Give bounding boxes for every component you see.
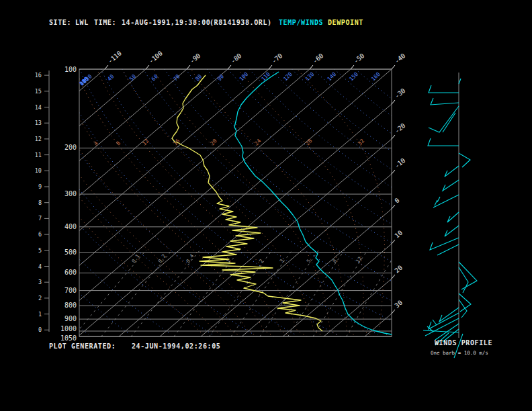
isotherm-label-right: 30: [393, 299, 404, 310]
moist-adiabat-label: 8: [115, 140, 122, 147]
moist-adiabat-label: 28: [304, 138, 313, 146]
mix-ratio-label: 0.4: [185, 253, 195, 264]
wind-barb: [459, 267, 468, 293]
pressure-tick-label: 100: [64, 66, 77, 73]
height-tick-label: 1: [38, 311, 42, 318]
wind-barb: [443, 180, 459, 191]
wind-barb: [430, 238, 459, 250]
pressure-tick-label: 1000: [60, 325, 77, 332]
isotherm-label-right: -10: [393, 156, 406, 170]
wind-barb: [459, 262, 477, 289]
height-tick-label: 2: [38, 295, 42, 302]
height-tick-label: 11: [35, 152, 42, 158]
wind-barb: [431, 98, 459, 105]
pressure-tick-label: 600: [64, 269, 77, 276]
height-tick-label: 9: [38, 183, 42, 190]
isotherm-label-right: 20: [393, 264, 404, 275]
pressure-tick-label: 800: [64, 302, 77, 309]
dry-adiabat-label: 160: [370, 71, 382, 83]
moist-adiabat-label: 4: [93, 140, 99, 147]
moist-adiabat-label: 12: [141, 138, 150, 146]
pressure-tick-label: 500: [64, 248, 77, 256]
pressure-tick-label: 1050: [60, 334, 77, 342]
wind-barb: [429, 106, 459, 132]
wind-barb: [429, 85, 459, 93]
height-tick-label: 4: [38, 263, 42, 270]
mix-ratio-label: 3: [278, 258, 285, 264]
wind-barb: [433, 320, 437, 325]
dry-adiabat-label: 80: [194, 73, 203, 82]
temperature-trace: [234, 72, 392, 334]
isotherm-label-top: -100: [147, 49, 164, 64]
winds-profile: [423, 73, 477, 358]
wind-barb: [437, 244, 459, 255]
mix-ratio-label: 0.1: [130, 253, 140, 264]
dry-adiabat-label: 60: [150, 73, 159, 82]
isobars: 10020030040050060070080090010001050: [60, 66, 392, 342]
wind-barb: [443, 113, 455, 132]
dry-adiabat-label: 40: [106, 73, 115, 82]
height-tick-label: 12: [35, 136, 42, 142]
height-tick-label: 15: [35, 88, 42, 95]
height-tick-label: 13: [35, 120, 42, 126]
mix-ratio-label: 0.2: [157, 253, 167, 264]
height-tick-label: 16: [35, 72, 42, 79]
wind-barb: [437, 197, 440, 202]
wind-barb: [423, 330, 459, 332]
winds-barb-legend: One barb = 10.0 m/s: [431, 350, 488, 356]
dry-adiabat-label: 140: [326, 71, 338, 83]
wind-barb: [428, 138, 459, 146]
skewt-screen: SITE: LWL TIME: 14-AUG-1991,19:38:00 (R8…: [0, 0, 532, 411]
isotherm-label-right: -30: [393, 87, 406, 100]
pressure-tick-label: 400: [64, 223, 77, 230]
isotherm-label-top: -90: [188, 52, 202, 65]
height-tick-label: 10: [35, 167, 42, 174]
dry-adiabat-label: 120: [282, 71, 294, 83]
isotherm-label-top: -40: [393, 52, 406, 65]
height-tick-label: 8: [38, 199, 42, 206]
isotherm-label-right: -20: [393, 122, 406, 135]
pressure-tick-label: 300: [64, 190, 77, 197]
isotherm-label-top: -50: [352, 52, 365, 65]
height-tick-label: 7: [38, 215, 42, 222]
plot-generated-value: 24-JUN-1994,02:26:05: [132, 342, 220, 350]
wind-barb: [447, 212, 459, 222]
mix-ratio-label: 5: [305, 258, 312, 264]
isotherm-label-top: -110: [106, 49, 123, 64]
height-tick-label: 0: [38, 326, 42, 333]
isotherm-label-top: -60: [311, 52, 324, 65]
wind-barb: [459, 300, 467, 318]
mix-ratio-label: 12: [355, 256, 363, 265]
height-tick-label: 5: [38, 247, 42, 254]
pressure-tick-label: 200: [64, 144, 77, 151]
isotherms: [0, 69, 532, 363]
pressure-tick-label: 700: [64, 287, 77, 294]
dry-adiabat-label: 50: [128, 73, 137, 82]
dry-adiabat-label: 100: [238, 71, 250, 83]
pressure-tick-label: 900: [64, 315, 77, 322]
winds-profile-title: WINDS PROFILE: [435, 339, 492, 347]
mix-ratio-label: 2: [258, 258, 265, 264]
isotherm-label-top: -70: [270, 52, 283, 65]
wind-barb: [435, 200, 437, 205]
isotherm-label-right: 10: [393, 229, 404, 240]
mix-ratio-label: 8: [331, 258, 338, 264]
plot-generated-label: PLOT GENERATED:: [49, 342, 116, 350]
height-tick-label: 3: [38, 279, 42, 285]
dry-adiabat-label: 90: [216, 73, 225, 82]
height-tick-label: 14: [35, 104, 42, 111]
isotherm-label-top: -80: [229, 52, 242, 65]
height-tick-label: 6: [38, 231, 42, 238]
dry-adiabat-label: 150: [348, 71, 359, 83]
wind-barb: [445, 226, 459, 236]
isotherm-label-right: 0: [393, 196, 401, 204]
wind-barb: [459, 153, 470, 167]
height-axis: 012345678910111213141516: [35, 71, 49, 333]
moist-adiabat-label: 32: [357, 138, 365, 146]
moist-adiabat-label: 20: [209, 138, 218, 146]
wind-barb: [445, 166, 459, 177]
dewpoint-trace: [172, 75, 322, 331]
dry-adiabat-labels: 3040506070809010011012013014015016020100…: [79, 71, 382, 87]
